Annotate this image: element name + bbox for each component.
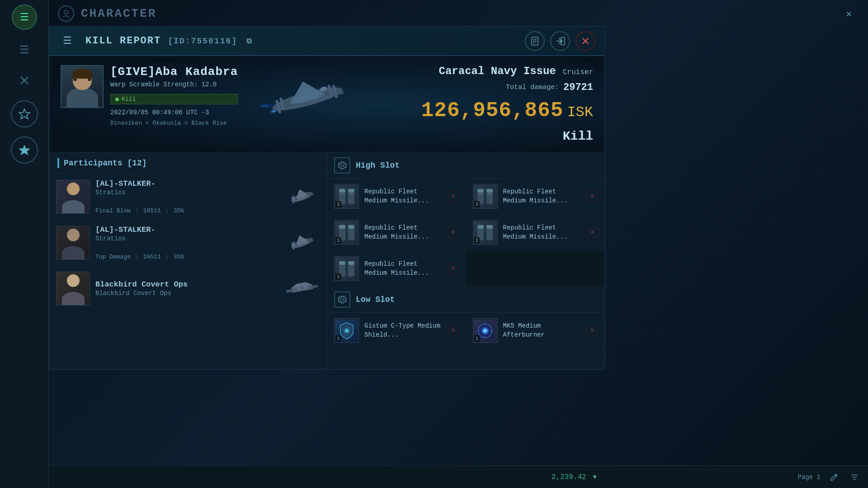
slot-item: 1 MK5 Medium Afterburner × bbox=[466, 313, 605, 349]
participant-ship-image bbox=[284, 183, 320, 211]
slot-remove-button[interactable]: × bbox=[448, 325, 459, 336]
slot-remove-button[interactable]: × bbox=[448, 227, 459, 238]
modal-menu-button[interactable]: ☰ bbox=[58, 32, 76, 50]
high-slot-icon bbox=[334, 157, 350, 174]
svg-point-0 bbox=[64, 10, 68, 14]
slot-remove-button[interactable]: × bbox=[587, 191, 598, 202]
slot-item-qty: 1 bbox=[474, 335, 480, 342]
footer-bar: Page 1 bbox=[606, 465, 868, 488]
bottom-triangle-icon: ▼ bbox=[593, 474, 597, 481]
slot-item-icon: 1 bbox=[473, 318, 498, 343]
bottom-value: 2,239.42 bbox=[552, 473, 586, 481]
svg-rect-61 bbox=[339, 225, 345, 229]
participant-name: [AL]-STALKER- bbox=[95, 179, 278, 188]
total-damage-value: 29721 bbox=[563, 82, 593, 93]
slot-item-icon: 1 bbox=[473, 184, 498, 209]
high-slot-items: 1 Republic Fleet Medium Missile... × bbox=[327, 178, 604, 287]
participant-tag: Top Damage bbox=[95, 253, 131, 260]
participant-item[interactable]: Blackbird Covert Ops Blackbird Covert Op… bbox=[49, 266, 327, 311]
kill-report-modal: ☰ KILL REPORT [ID:7550116] ⧉ bbox=[49, 26, 605, 370]
participant-item[interactable]: [AL]-STALKER- Stratios Top Damage | 1051… bbox=[49, 220, 327, 266]
slot-item-empty bbox=[466, 251, 605, 287]
participant-item[interactable]: [AL]-STALKER- Stratios Final Blow | 1051… bbox=[49, 174, 327, 220]
participants-title: Participants [12] bbox=[64, 159, 147, 168]
ship-name: Caracal Navy Issue bbox=[439, 65, 556, 77]
slot-item: 1 Gistum C-Type Medium Shield... × bbox=[327, 313, 466, 349]
participant-percent: 35% bbox=[174, 207, 184, 214]
slot-item-qty: 1 bbox=[335, 273, 341, 280]
svg-rect-62 bbox=[348, 225, 354, 229]
nav-star-icon-1[interactable] bbox=[11, 100, 38, 127]
participants-section-header: Participants [12] bbox=[49, 153, 327, 174]
nav-close-icon[interactable] bbox=[14, 70, 35, 91]
svg-marker-4 bbox=[19, 145, 30, 155]
participant-ship: Blackbird Covert Ops bbox=[95, 290, 278, 297]
slot-item-icon: 1 bbox=[334, 220, 359, 245]
svg-marker-3 bbox=[19, 109, 30, 119]
modal-copy-icon[interactable]: ⧉ bbox=[246, 38, 252, 46]
svg-rect-70 bbox=[348, 261, 354, 265]
participant-damage: 10511 bbox=[143, 207, 161, 214]
participant-name: Blackbird Covert Ops bbox=[95, 280, 278, 289]
participant-ship-image bbox=[284, 230, 320, 257]
low-slot-items: 1 Gistum C-Type Medium Shield... × bbox=[327, 313, 604, 349]
hamburger-menu-button[interactable]: ☰ bbox=[12, 5, 37, 30]
slot-item: 1 Republic Fleet Medium Missile... × bbox=[327, 215, 466, 251]
page-label: Page 1 bbox=[798, 474, 821, 481]
global-close-button[interactable]: × bbox=[839, 5, 859, 24]
slot-item: 1 Republic Fleet Medium Missile... × bbox=[466, 215, 605, 251]
character-circle-icon bbox=[58, 5, 74, 22]
slot-item: 1 Republic Fleet Medium Missile... × bbox=[327, 251, 466, 287]
ship-type: Cruiser bbox=[563, 68, 593, 76]
high-slot-header: High Slot bbox=[327, 153, 604, 178]
left-nav-panel: ☰ ☰ bbox=[0, 0, 49, 488]
slot-item-name: MK5 Medium Afterburner bbox=[503, 322, 582, 339]
svg-rect-49 bbox=[339, 189, 345, 192]
kill-hero-section: [GIVE]Aba Kadabra Warp Scramble Strength… bbox=[49, 56, 604, 153]
nav-hamburger-secondary[interactable]: ☰ bbox=[14, 39, 35, 61]
share-button[interactable] bbox=[550, 31, 570, 51]
slot-remove-button[interactable]: × bbox=[448, 263, 459, 274]
participant-info: [AL]-STALKER- Stratios Final Blow | 1051… bbox=[95, 179, 278, 214]
svg-line-80 bbox=[835, 475, 836, 476]
slot-item-qty: 1 bbox=[474, 237, 480, 244]
slots-panel: High Slot bbox=[327, 153, 604, 369]
slot-item-name: Republic Fleet Medium Missile... bbox=[364, 260, 443, 277]
participant-avatar bbox=[56, 272, 90, 305]
edit-page-button[interactable] bbox=[827, 470, 841, 484]
participant-name: [AL]-STALKER- bbox=[95, 225, 278, 234]
participant-ship: Stratios bbox=[95, 235, 278, 242]
participants-list: [AL]-STALKER- Stratios Final Blow | 1051… bbox=[49, 174, 327, 369]
bottom-bar: 2,239.42 ▼ bbox=[49, 465, 606, 488]
svg-rect-56 bbox=[486, 189, 493, 192]
slot-item-name: Gistum C-Type Medium Shield... bbox=[364, 322, 443, 339]
slot-item-name: Republic Fleet Medium Missile... bbox=[503, 188, 582, 205]
modal-title: KILL REPORT [ID:7550116] ⧉ bbox=[85, 35, 252, 47]
svg-rect-69 bbox=[339, 261, 345, 265]
victim-avatar bbox=[61, 65, 104, 108]
slot-item-icon: 1 bbox=[334, 318, 359, 343]
slot-item-icon: 1 bbox=[334, 256, 359, 281]
svg-rect-50 bbox=[348, 189, 354, 192]
modal-close-button[interactable] bbox=[576, 31, 595, 51]
report-button[interactable] bbox=[525, 31, 545, 51]
slot-remove-button[interactable]: × bbox=[587, 227, 598, 238]
participant-ship-image bbox=[284, 275, 320, 302]
svg-point-71 bbox=[344, 328, 349, 333]
modal-header: ☰ KILL REPORT [ID:7550116] ⧉ bbox=[49, 27, 604, 56]
slot-item-qty: 1 bbox=[335, 335, 341, 342]
slot-item-qty: 1 bbox=[335, 237, 341, 244]
slot-remove-button[interactable]: × bbox=[587, 325, 598, 336]
filter-button[interactable] bbox=[848, 470, 861, 484]
low-slot-icon bbox=[334, 291, 350, 308]
slot-remove-button[interactable]: × bbox=[448, 191, 459, 202]
modal-id: [ID:7550116] bbox=[168, 37, 237, 46]
svg-point-75 bbox=[484, 329, 486, 332]
low-slot-title: Low Slot bbox=[356, 295, 395, 304]
nav-star-icon-2[interactable] bbox=[11, 136, 38, 164]
high-slot-title: High Slot bbox=[356, 161, 400, 170]
slot-item: 1 Republic Fleet Medium Missile... × bbox=[466, 178, 605, 215]
slot-item-name: Republic Fleet Medium Missile... bbox=[364, 188, 443, 205]
participant-ship: Stratios bbox=[95, 189, 278, 196]
participant-stats: Final Blow | 10511 | 35% bbox=[95, 207, 278, 214]
